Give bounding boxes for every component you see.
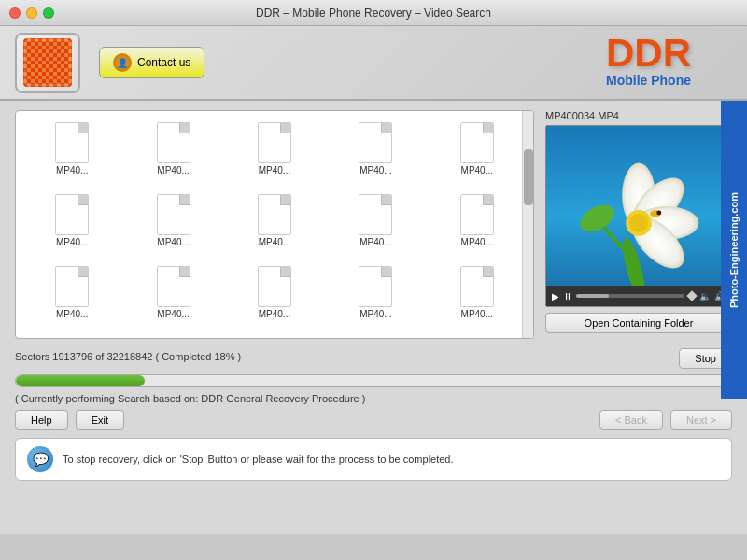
pause-button[interactable]: ⏸ bbox=[563, 291, 572, 301]
exit-button[interactable]: Exit bbox=[76, 410, 124, 430]
video-thumbnail bbox=[546, 126, 731, 306]
file-icon bbox=[157, 122, 190, 163]
svg-point-14 bbox=[629, 214, 648, 232]
file-item[interactable]: MP40... bbox=[124, 262, 221, 330]
logo-icon bbox=[23, 38, 72, 87]
file-icon bbox=[359, 266, 392, 307]
progress-bar-container bbox=[15, 374, 732, 387]
brand-ddr: DDR bbox=[606, 34, 691, 73]
svg-rect-4 bbox=[23, 38, 72, 87]
file-name: MP40... bbox=[56, 309, 88, 319]
file-item[interactable]: MP40... bbox=[23, 262, 120, 330]
file-name: MP40... bbox=[461, 165, 493, 175]
file-icon bbox=[258, 194, 291, 235]
file-item[interactable]: MP40... bbox=[226, 262, 323, 330]
file-name: MP40... bbox=[56, 237, 88, 247]
file-name: MP40... bbox=[359, 309, 391, 319]
file-name: MP40... bbox=[461, 237, 493, 247]
scrollbar-thumb[interactable] bbox=[524, 149, 533, 205]
header: 👤 Contact us DDR Mobile Phone bbox=[0, 26, 747, 101]
file-item[interactable]: MP40... bbox=[23, 190, 120, 259]
maximize-button[interactable] bbox=[43, 7, 54, 19]
progress-fill bbox=[576, 294, 609, 298]
file-name: MP40... bbox=[359, 237, 391, 247]
file-name: MP40... bbox=[157, 165, 189, 175]
open-folder-button[interactable]: Open Containing Folder bbox=[545, 313, 732, 333]
file-icon bbox=[55, 194, 89, 235]
info-box: 💬 To stop recovery, click on 'Stop' Butt… bbox=[15, 438, 732, 481]
next-button[interactable]: Next > bbox=[670, 410, 732, 430]
file-item[interactable]: MP40... bbox=[226, 190, 323, 259]
file-icon bbox=[258, 266, 291, 307]
brand-sub: Mobile Phone bbox=[606, 73, 691, 88]
side-watermark: Photo-Engineering.com bbox=[721, 101, 747, 399]
button-row: Help Exit < Back Next > bbox=[15, 410, 732, 430]
file-name: MP40... bbox=[259, 309, 290, 319]
file-icon bbox=[157, 194, 190, 235]
contact-label: Contact us bbox=[137, 56, 190, 69]
file-icon bbox=[359, 122, 392, 163]
file-name: MP40... bbox=[56, 165, 88, 175]
file-icon bbox=[258, 122, 291, 163]
svg-point-17 bbox=[656, 211, 661, 216]
top-section: MP40... MP40... MP40... MP40... MP40... … bbox=[15, 110, 732, 339]
preview-filename: MP400034.MP4 bbox=[545, 110, 732, 121]
file-name: MP40... bbox=[157, 309, 189, 319]
progress-bar-fill bbox=[16, 375, 145, 386]
file-icon bbox=[55, 266, 89, 307]
title-bar: DDR – Mobile Phone Recovery – Video Sear… bbox=[0, 0, 747, 26]
progress-status-row: Sectors 1913796 of 32218842 ( Completed … bbox=[15, 348, 732, 369]
contact-button[interactable]: 👤 Contact us bbox=[99, 47, 204, 78]
logo-box bbox=[15, 33, 80, 93]
file-name: MP40... bbox=[461, 309, 493, 319]
file-icon bbox=[157, 266, 190, 307]
file-icon bbox=[460, 122, 494, 163]
play-button[interactable]: ▶ bbox=[552, 291, 559, 301]
traffic-lights bbox=[9, 7, 54, 19]
video-progress[interactable] bbox=[576, 294, 684, 298]
close-button[interactable] bbox=[9, 7, 21, 19]
file-item[interactable]: MP40... bbox=[327, 119, 424, 187]
progress-section: Sectors 1913796 of 32218842 ( Completed … bbox=[15, 348, 732, 481]
file-item[interactable]: MP40... bbox=[327, 190, 424, 259]
procedure-text: ( Currently performing Search based on: … bbox=[15, 393, 732, 404]
file-grid-container: MP40... MP40... MP40... MP40... MP40... … bbox=[15, 110, 534, 339]
progress-text: Sectors 1913796 of 32218842 ( Completed … bbox=[15, 351, 241, 362]
watermark-text: Photo-Engineering.com bbox=[728, 192, 740, 308]
file-grid: MP40... MP40... MP40... MP40... MP40... … bbox=[16, 111, 533, 338]
seek-diamond[interactable] bbox=[686, 290, 697, 301]
file-name: MP40... bbox=[157, 237, 189, 247]
file-name: MP40... bbox=[259, 165, 290, 175]
file-icon bbox=[55, 122, 89, 163]
main-content: MP40... MP40... MP40... MP40... MP40... … bbox=[0, 101, 747, 534]
file-item[interactable]: MP40... bbox=[429, 190, 526, 259]
preview-panel: MP400034.MP4 bbox=[545, 110, 732, 339]
file-name: MP40... bbox=[259, 237, 290, 247]
preview-video: ▶ ⏸ 🔈 🔊 bbox=[545, 125, 732, 307]
contact-icon: 👤 bbox=[113, 53, 132, 72]
scrollbar[interactable] bbox=[522, 111, 533, 338]
file-item[interactable]: MP40... bbox=[124, 119, 221, 187]
brand: DDR Mobile Phone bbox=[606, 34, 691, 88]
volume-down[interactable]: 🔈 bbox=[699, 291, 711, 301]
file-icon bbox=[460, 194, 494, 235]
video-controls: ▶ ⏸ 🔈 🔊 bbox=[546, 286, 731, 306]
file-name: MP40... bbox=[359, 165, 391, 175]
file-item[interactable]: MP40... bbox=[23, 119, 120, 187]
file-item[interactable]: MP40... bbox=[124, 190, 221, 259]
window-title: DDR – Mobile Phone Recovery – Video Sear… bbox=[256, 7, 491, 20]
file-item[interactable]: MP40... bbox=[226, 119, 323, 187]
minimize-button[interactable] bbox=[26, 7, 37, 19]
info-text: To stop recovery, click on 'Stop' Button… bbox=[63, 454, 454, 465]
file-icon bbox=[460, 266, 494, 307]
file-item[interactable]: MP40... bbox=[429, 262, 526, 330]
file-item[interactable]: MP40... bbox=[327, 262, 424, 330]
back-button[interactable]: < Back bbox=[599, 410, 663, 430]
file-item[interactable]: MP40... bbox=[429, 119, 526, 187]
info-icon: 💬 bbox=[27, 446, 53, 472]
file-icon bbox=[359, 194, 392, 235]
help-button[interactable]: Help bbox=[15, 410, 68, 430]
